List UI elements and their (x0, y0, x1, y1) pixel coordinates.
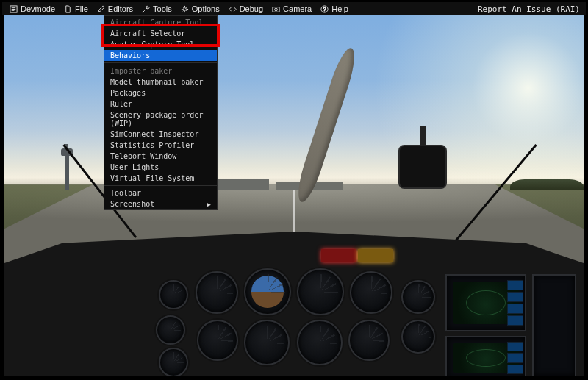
gps-softkeys-2 (507, 342, 523, 374)
app-frame: Devmode File Editors Tools Options (0, 0, 588, 380)
whiskey-compass (398, 145, 447, 189)
annunciator-warning (321, 249, 356, 262)
tools-item-ruler[interactable]: Ruler (104, 98, 217, 110)
report-issue-link[interactable]: Report-An-Issue (RAI) (478, 4, 583, 14)
tools-item-simconnect[interactable]: SimConnect Inspector (104, 129, 217, 140)
menu-tools[interactable]: Tools (137, 2, 176, 15)
gauge-small-3 (159, 348, 188, 376)
gauge-attitude (244, 268, 291, 315)
gauge-altimeter (297, 268, 344, 315)
radio-stack[interactable] (532, 274, 576, 376)
tools-item-packages[interactable]: Packages (104, 87, 217, 98)
tools-item-stats-profiler[interactable]: Statistics Profiler (104, 140, 217, 151)
menu-camera[interactable]: Camera (268, 2, 316, 15)
devmode-icon (10, 5, 18, 13)
tools-item-teleport[interactable]: Teleport Window (104, 151, 217, 162)
gauge-nav2 (348, 320, 390, 361)
gauge-manifold (401, 320, 435, 354)
file-icon (64, 5, 72, 13)
gauge-heading (244, 320, 290, 365)
devmode-toggle[interactable]: Devmode (5, 2, 60, 15)
tools-item-user-lights[interactable]: User Lights (104, 162, 217, 173)
trees-right (510, 179, 584, 190)
tools-item-aircraft-selector[interactable]: Aircraft Selector (104, 28, 217, 39)
gps-softkeys (507, 280, 523, 326)
gauge-small-2 (156, 315, 185, 345)
menu-help-label: Help (331, 4, 348, 13)
control-tower (65, 156, 69, 190)
tools-divider-1 (104, 62, 217, 63)
tools-dropdown: Aircraft Capture Tool Aircraft Selector … (104, 15, 218, 210)
tools-item-model-thumb[interactable]: Model thumbnail baker (104, 76, 217, 87)
wrench-icon (142, 5, 150, 13)
gauge-rpm (401, 280, 435, 314)
tools-item-toolbar[interactable]: Toolbar (104, 187, 217, 198)
gauge-nav1 (297, 320, 343, 365)
gauge-turn-coord (197, 320, 238, 361)
menu-tools-label: Tools (153, 4, 172, 13)
menu-help[interactable]: ? Help (316, 2, 353, 15)
menu-camera-label: Camera (283, 4, 312, 13)
menu-file-label: File (75, 4, 88, 13)
devmode-label: Devmode (21, 4, 55, 13)
help-icon: ? (320, 5, 329, 13)
svg-point-1 (183, 7, 186, 10)
menu-file[interactable]: File (60, 2, 93, 15)
menu-debug-label: Debug (240, 4, 263, 13)
gauge-small-1 (159, 280, 188, 309)
tools-item-scenery-order[interactable]: Scenery package order (WIP) (104, 110, 217, 129)
camera-icon (272, 5, 280, 13)
menubar: Devmode File Editors Tools Options (2, 2, 586, 15)
chevron-right-icon: ▶ (207, 201, 211, 208)
svg-point-3 (275, 8, 278, 11)
code-icon (229, 5, 237, 13)
tools-section-imposter: Imposter baker (104, 65, 217, 76)
annunciator-caution (358, 249, 393, 262)
menu-options[interactable]: Options (176, 2, 224, 15)
tools-item-behaviors[interactable]: Behaviors (104, 50, 217, 61)
tools-item-vfs[interactable]: Virtual File System (104, 173, 217, 184)
gps-screen-1[interactable] (445, 274, 526, 331)
gear-icon (181, 5, 189, 13)
annunciator-panel (320, 249, 394, 262)
menu-editors-label: Editors (108, 4, 133, 13)
menu-editors[interactable]: Editors (93, 2, 137, 15)
pencil-icon (97, 5, 105, 13)
tools-item-screenshot[interactable]: Screenshot ▶ (104, 198, 217, 209)
menu-options-label: Options (192, 4, 220, 13)
gps-screen-2[interactable] (445, 336, 526, 376)
tools-item-avatar-capture[interactable]: Avatar Capture Tool (104, 39, 217, 50)
sim-viewport[interactable] (4, 15, 584, 376)
gauge-airspeed (196, 271, 238, 314)
tools-section-aircraft: Aircraft Capture Tool (104, 16, 217, 28)
gauge-vsi (350, 271, 392, 314)
menu-debug[interactable]: Debug (224, 2, 268, 15)
svg-text:?: ? (323, 6, 326, 12)
tools-divider-2 (104, 185, 217, 186)
